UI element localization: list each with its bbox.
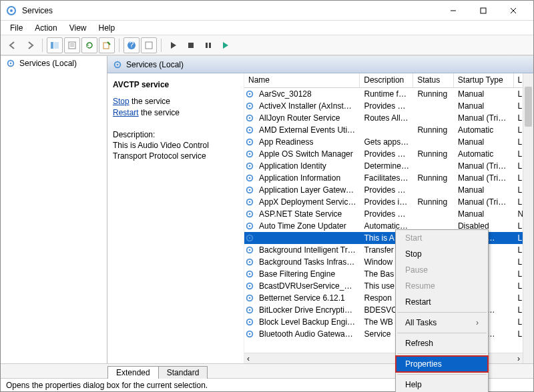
restart-service-link[interactable]: Restart [113,108,139,117]
cell-startup: Automatic [454,125,514,135]
cell-name: App Readiness [255,137,360,147]
svg-point-47 [249,237,251,239]
cell-status: Running [413,197,454,207]
stop-service-link[interactable]: Stop [113,97,129,106]
cell-status [413,165,454,167]
cell-name: Block Level Backup Engine S… [255,317,360,327]
help2-button[interactable] [141,37,157,53]
service-row[interactable]: Betternet Service 6.12.1ResponalLoc [244,292,533,304]
gear-icon [244,137,255,147]
svg-point-49 [249,249,251,251]
cell-startup: Manual [454,137,514,147]
cell-description: Provides Use… [360,101,414,111]
ctx-stop[interactable]: Stop [396,246,488,262]
svg-rect-16 [206,43,208,48]
col-startup[interactable]: Startup Type [454,73,514,87]
window-title: Services [22,6,438,15]
gear-icon [244,101,255,111]
service-row[interactable]: Bluetooth Audio Gateway Se…Serviceal (Tr… [244,328,533,340]
service-row[interactable]: AllJoyn Router ServiceRoutes AllJo…Manua… [244,112,533,124]
service-row[interactable]: ASP.NET State ServiceProvides sup…Manual… [244,208,533,220]
gear-icon [244,161,255,171]
back-button[interactable] [5,37,21,53]
menu-action[interactable]: Action [29,22,62,34]
cell-startup: Manual (Trigg… [454,173,514,183]
service-row[interactable]: Application InformationFacilitates th…Ru… [244,172,533,184]
play-icon[interactable] [166,37,182,53]
maximize-button[interactable] [468,1,498,20]
service-row[interactable]: Application IdentityDetermines …Manual (… [244,160,533,172]
service-row[interactable]: Base Filtering EngineThe BasaticLoc [244,268,533,280]
vertical-scrollbar[interactable] [523,73,533,363]
properties-button[interactable] [64,37,80,53]
service-row[interactable]: This is Aal (Trigg…Loc [244,232,533,244]
cell-startup: Manual [454,209,514,219]
pause-icon[interactable] [200,37,216,53]
refresh-button[interactable] [81,37,97,53]
toolbar-separator [119,39,119,52]
cell-name: ASP.NET State Service [255,209,360,219]
gear-icon [113,60,122,69]
svg-rect-17 [209,43,211,48]
menu-view[interactable]: View [64,22,92,34]
col-status[interactable]: Status [413,73,454,87]
service-row[interactable]: AMD External Events UtilityRunningAutoma… [244,124,533,136]
svg-point-33 [249,153,251,155]
minimize-button[interactable] [438,1,468,20]
cell-description: Provides sup… [360,185,414,195]
col-name[interactable]: Name [244,73,360,87]
tab-standard[interactable]: Standard [158,366,208,379]
cell-description: Runtime for … [360,89,414,99]
ctx-resume[interactable]: Resume [396,278,488,294]
show-hide-tree-button[interactable] [47,37,63,53]
svg-point-31 [249,141,251,143]
cell-name: Betternet Service 6.12.1 [255,293,360,303]
cell-status: Running [413,89,454,99]
ctx-start[interactable]: Start [396,230,488,246]
cell-status [413,189,454,191]
service-row[interactable]: Background Tasks Infrastruc…WindowaticLo… [244,256,533,268]
toolbar: ? [1,35,533,55]
service-row[interactable]: BcastDVRUserService_30128This usealLoc [244,280,533,292]
restart-icon[interactable] [218,37,234,53]
tree-root-label: Services (Local) [19,59,77,68]
tree-root-services-local[interactable]: Services (Local) [1,56,107,71]
service-row[interactable]: Block Level Backup Engine S…The WBalLoc [244,316,533,328]
tree-pane: Services (Local) [1,56,107,363]
cell-description: Gets apps re… [360,137,414,147]
cell-status: Running [413,149,454,159]
service-row[interactable]: Application Layer Gateway S…Provides sup… [244,184,533,196]
gear-icon [244,149,255,159]
ctx-pause[interactable]: Pause [396,262,488,278]
cell-description: Routes AllJo… [360,113,414,123]
menu-help[interactable]: Help [93,22,121,34]
ctx-separator [397,374,487,375]
service-row[interactable]: Auto Time Zone UpdaterAutomaticall…Disab… [244,220,533,232]
service-row[interactable]: Apple OS Switch ManagerProvides sup…Runn… [244,148,533,160]
cell-name: ActiveX Installer (AxInstSV) [255,101,360,111]
service-row[interactable]: AarSvc_30128Runtime for …RunningManualLo… [244,88,533,100]
service-row[interactable]: App ReadinessGets apps re…ManualLoc [244,136,533,148]
stop-icon[interactable] [183,37,199,53]
service-row[interactable]: BitLocker Drive Encryption S…BDESVCal (T… [244,304,533,316]
cell-name: Application Identity [255,161,360,171]
export-button[interactable] [99,37,115,53]
service-row[interactable]: Background Intelligent Tran…TransferalLo… [244,244,533,256]
forward-button[interactable] [22,37,38,53]
service-row[interactable]: AppX Deployment Service (A…Provides infr… [244,196,533,208]
menu-file[interactable]: File [5,22,28,34]
tab-extended[interactable]: Extended [107,366,159,379]
ctx-restart[interactable]: Restart [396,294,488,310]
help-button[interactable]: ? [123,37,140,53]
cell-name: Base Filtering Engine [255,269,360,279]
ctx-all-tasks[interactable]: All Tasks [396,315,488,331]
ctx-help[interactable]: Help [396,377,488,392]
ctx-separator [397,353,487,354]
service-row[interactable]: ActiveX Installer (AxInstSV)Provides Use… [244,100,533,112]
close-button[interactable] [498,1,528,20]
gear-icon [244,233,255,243]
scrollbar-thumb[interactable] [525,87,532,127]
ctx-refresh[interactable]: Refresh [396,335,488,351]
col-description[interactable]: Description [360,73,413,87]
ctx-properties[interactable]: Properties [396,356,488,372]
